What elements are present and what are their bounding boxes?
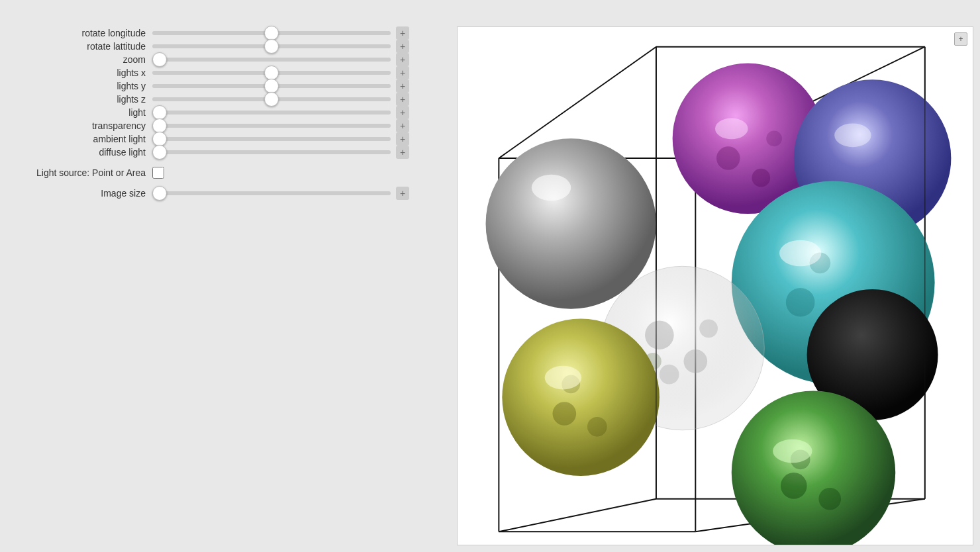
rotate-lattitude-row: rotate lattitude+ [13,40,437,53]
diffuse-light-row: diffuse light+ [13,146,437,159]
diffuse-light-slider-container: + [152,146,437,159]
zoom-row: zoom+ [13,53,437,66]
svg-point-22 [683,349,707,373]
lights-x-row: lights x+ [13,66,437,79]
svg-point-24 [699,319,718,338]
light-plus-button[interactable]: + [396,106,409,119]
lights-z-plus-button[interactable]: + [396,93,409,106]
svg-point-14 [766,130,782,146]
image-size-plus-button[interactable]: + [396,187,409,200]
svg-point-27 [587,417,607,437]
light-slider[interactable] [152,111,391,115]
svg-point-16 [834,124,871,148]
zoom-slider-container: + [152,53,437,66]
lights-x-plus-button[interactable]: + [396,66,409,79]
svg-point-26 [553,402,577,426]
gray-sphere [486,138,656,308]
lights-x-slider-container: + [152,66,437,79]
light-source-row: Light source: Point or Area [13,167,437,179]
ambient-light-slider[interactable] [152,137,391,141]
transparency-plus-button[interactable]: + [396,119,409,132]
yellow-sphere [502,318,660,476]
rotate-longitude-slider[interactable] [152,31,391,35]
rotate-longitude-slider-container: + [152,26,437,40]
svg-point-12 [716,146,740,170]
lights-x-label: lights x [13,68,146,78]
image-size-label: Image size [13,188,146,199]
svg-point-33 [773,439,812,463]
svg-point-31 [818,488,841,510]
rotate-lattitude-label: rotate lattitude [13,41,146,52]
transparency-label: transparency [13,120,146,131]
svg-point-13 [752,169,770,187]
rotate-longitude-label: rotate longitude [13,28,146,38]
svg-point-20 [779,240,821,267]
svg-point-29 [545,366,581,390]
svg-point-17 [786,288,815,317]
light-source-label: Light source: Point or Area [13,167,146,178]
rotate-lattitude-slider-container: + [152,40,437,53]
rotate-longitude-row: rotate longitude+ [13,26,437,40]
image-size-slider[interactable] [152,191,391,195]
diffuse-light-label: diffuse light [13,147,146,158]
svg-line-7 [499,499,656,531]
light-label: light [13,107,146,118]
expand-button[interactable]: + [954,32,967,46]
zoom-plus-button[interactable]: + [396,53,409,66]
scene-svg [458,27,973,545]
lights-z-row: lights z+ [13,93,437,106]
lights-x-slider[interactable] [152,71,391,75]
rotate-lattitude-slider[interactable] [152,44,391,48]
light-slider-container: + [152,106,437,119]
lights-z-slider-container: + [152,93,437,106]
zoom-slider[interactable] [152,58,391,62]
transparency-slider-container: + [152,119,437,132]
rotate-longitude-plus-button[interactable]: + [396,26,409,40]
diffuse-light-plus-button[interactable]: + [396,146,409,159]
svg-point-21 [645,320,674,349]
lights-y-plus-button[interactable]: + [396,79,409,93]
lights-y-label: lights y [13,81,146,91]
svg-point-23 [660,365,679,385]
zoom-label: zoom [13,54,146,65]
transparency-row: transparency+ [13,119,437,132]
lights-y-slider-container: + [152,79,437,93]
lights-y-slider[interactable] [152,84,391,88]
lights-z-label: lights z [13,94,146,105]
svg-point-30 [781,473,807,499]
image-size-slider-container: + [152,187,437,200]
rotate-lattitude-plus-button[interactable]: + [396,40,409,53]
viewport: + [457,26,973,545]
light-source-checkbox[interactable] [152,167,164,179]
lights-y-row: lights y+ [13,79,437,93]
transparency-slider[interactable] [152,124,391,128]
diffuse-light-slider[interactable] [152,150,391,154]
ambient-light-row: ambient light+ [13,132,437,146]
svg-point-15 [715,118,748,140]
image-size-row: Image size + [13,187,437,200]
lights-z-slider[interactable] [152,97,391,101]
gray-sphere-highlight [532,175,571,201]
ambient-light-label: ambient light [13,134,146,144]
light-row: light+ [13,106,437,119]
controls-panel: rotate longitude+rotate lattitude+zoom+l… [0,0,450,552]
ambient-light-slider-container: + [152,132,437,146]
ambient-light-plus-button[interactable]: + [396,132,409,146]
